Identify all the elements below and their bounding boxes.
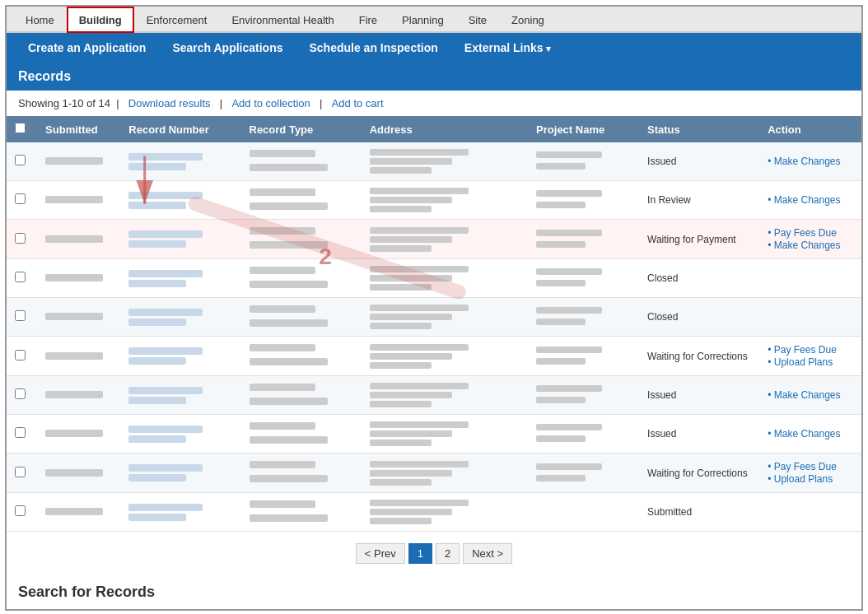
cell-project-name <box>528 181 639 220</box>
action-link-pay-fees-due[interactable]: Pay Fees Due <box>768 344 853 356</box>
cell-project-name <box>528 415 639 454</box>
table-row: IssuedMake Changes <box>7 415 861 454</box>
cell-address <box>362 493 528 532</box>
cell-project-name <box>528 142 639 181</box>
col-header-submitted: Submitted <box>37 116 120 142</box>
next-page-btn[interactable]: Next > <box>463 543 512 564</box>
cell-status: Issued <box>639 415 759 454</box>
cell-action: Make Changes <box>759 181 861 220</box>
cell-address <box>362 337 528 376</box>
cell-submitted <box>37 493 120 532</box>
table-row: Closed <box>7 298 861 337</box>
download-results-link[interactable]: Download results <box>128 97 211 109</box>
select-all-checkbox[interactable] <box>15 123 26 133</box>
cell-record-number[interactable] <box>120 415 240 454</box>
row-checkbox[interactable] <box>15 388 26 399</box>
col-header-action: Action <box>759 116 861 142</box>
cell-record-number[interactable] <box>120 454 240 493</box>
cell-record-type <box>241 454 362 493</box>
cell-record-number[interactable] <box>120 220 240 259</box>
cell-submitted <box>37 337 120 376</box>
row-checkbox[interactable] <box>15 310 26 321</box>
cell-action <box>759 298 861 337</box>
nav-external-links[interactable]: External Links <box>451 33 564 63</box>
cell-record-number[interactable] <box>120 337 240 376</box>
action-link-make-changes[interactable]: Make Changes <box>768 428 853 440</box>
cell-submitted <box>37 181 120 220</box>
col-header-record-type: Record Type <box>241 116 362 142</box>
row-checkbox[interactable] <box>15 233 26 244</box>
nav-home[interactable]: Home <box>13 7 67 33</box>
cell-status: Issued <box>639 376 759 415</box>
row-checkbox[interactable] <box>15 272 26 282</box>
prev-page-btn[interactable]: < Prev <box>356 543 405 564</box>
nav-building[interactable]: Building <box>67 7 134 33</box>
cell-status: Submitted <box>639 493 759 532</box>
search-for-records-title: Search for Records <box>7 575 861 609</box>
action-link-pay-fees-due[interactable]: Pay Fees Due <box>768 227 853 239</box>
cell-address <box>362 376 528 415</box>
records-table: Submitted Record Number Record Type Addr… <box>7 116 861 532</box>
col-header-project: Project Name <box>528 116 639 142</box>
nav-zoning[interactable]: Zoning <box>499 7 557 33</box>
summary-row: Showing 1-10 of 14 | Download results | … <box>7 91 861 116</box>
add-to-cart-link[interactable]: Add to cart <box>332 97 384 109</box>
cell-record-number[interactable] <box>120 142 240 181</box>
cell-project-name <box>528 493 639 532</box>
col-header-record-number: Record Number <box>120 116 240 142</box>
cell-status: Waiting for Payment <box>639 220 759 259</box>
cell-record-number[interactable] <box>120 493 240 532</box>
action-link-pay-fees-due[interactable]: Pay Fees Due <box>768 461 853 472</box>
cell-record-type <box>241 337 362 376</box>
table-row: IssuedMake Changes <box>7 376 861 415</box>
showing-count: Showing 1-10 of 14 <box>18 97 110 109</box>
action-link-upload-plans[interactable]: Upload Plans <box>768 356 853 368</box>
cell-status: Issued <box>639 142 759 181</box>
action-link-make-changes[interactable]: Make Changes <box>768 389 853 401</box>
cell-record-number[interactable] <box>120 298 240 337</box>
row-checkbox[interactable] <box>15 350 26 360</box>
row-checkbox[interactable] <box>15 467 26 477</box>
row-checkbox[interactable] <box>15 427 26 438</box>
cell-project-name <box>528 298 639 337</box>
cell-record-number[interactable] <box>120 376 240 415</box>
row-checkbox[interactable] <box>15 505 26 516</box>
nav-environmental-health[interactable]: Environmental Health <box>219 7 346 33</box>
action-link-make-changes[interactable]: Make Changes <box>768 194 853 206</box>
cell-record-type <box>241 220 362 259</box>
add-to-collection-link[interactable]: Add to collection <box>231 97 310 109</box>
col-header-status: Status <box>639 116 759 142</box>
cell-record-number[interactable] <box>120 259 240 298</box>
cell-status: Waiting for Corrections <box>639 454 759 493</box>
row-checkbox[interactable] <box>15 193 26 204</box>
nav-create-application[interactable]: Create an Application <box>15 33 159 63</box>
nav-search-applications[interactable]: Search Applications <box>159 33 296 63</box>
cell-submitted <box>37 415 120 454</box>
page-2-btn[interactable]: 2 <box>436 543 460 564</box>
page-1-btn[interactable]: 1 <box>408 543 432 564</box>
cell-project-name <box>528 220 639 259</box>
table-row: Waiting for CorrectionsPay Fees DueUploa… <box>7 454 861 493</box>
nav-planning[interactable]: Planning <box>390 7 456 33</box>
cell-action <box>759 493 861 532</box>
secondary-nav: Create an Application Search Application… <box>7 33 861 63</box>
nav-enforcement[interactable]: Enforcement <box>134 7 220 33</box>
nav-fire[interactable]: Fire <box>347 7 390 33</box>
nav-site[interactable]: Site <box>456 7 499 33</box>
cell-project-name <box>528 259 639 298</box>
action-link-make-changes[interactable]: Make Changes <box>768 156 853 167</box>
cell-project-name <box>528 376 639 415</box>
cell-submitted <box>37 259 120 298</box>
nav-schedule-inspection[interactable]: Schedule an Inspection <box>296 33 450 63</box>
pagination: < Prev 1 2 Next > <box>7 532 861 575</box>
row-checkbox[interactable] <box>15 155 26 165</box>
cell-address <box>362 259 528 298</box>
cell-record-number[interactable] <box>120 181 240 220</box>
cell-record-type <box>241 181 362 220</box>
cell-project-name <box>528 337 639 376</box>
action-link-make-changes[interactable]: Make Changes <box>768 240 853 251</box>
table-row: Submitted <box>7 493 861 532</box>
cell-status: Closed <box>639 298 759 337</box>
cell-record-type <box>241 376 362 415</box>
action-link-upload-plans[interactable]: Upload Plans <box>768 473 853 485</box>
